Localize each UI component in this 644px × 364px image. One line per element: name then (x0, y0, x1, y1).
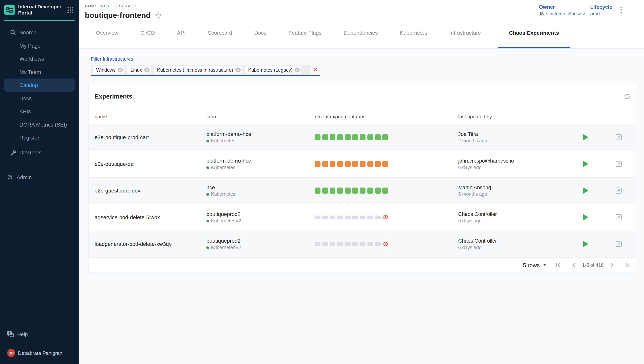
run-square-passed[interactable] (360, 188, 366, 194)
scheduled-clock-icon[interactable] (382, 214, 389, 220)
chip-remove-icon[interactable]: ✕ (235, 68, 240, 72)
run-square-pending[interactable] (322, 215, 328, 219)
tab-kubernetes[interactable]: Kubernetes (389, 17, 438, 48)
chip-remove-icon[interactable]: ✕ (118, 68, 123, 72)
open-in-new-icon[interactable] (615, 161, 622, 167)
run-square-pending[interactable] (330, 215, 336, 219)
run-square-passed[interactable] (330, 188, 336, 194)
run-square-pending[interactable] (337, 215, 343, 219)
clear-filters-icon[interactable]: ✕ (313, 66, 317, 73)
rows-per-page-caret-icon[interactable] (543, 264, 546, 266)
sidebar-item-catalog[interactable]: Catalog (4, 78, 75, 92)
run-square-pending[interactable] (322, 242, 328, 246)
run-square-passed[interactable] (345, 188, 351, 194)
refresh-icon[interactable] (623, 92, 631, 102)
open-in-new-icon[interactable] (615, 187, 622, 194)
run-square-passed[interactable] (382, 134, 388, 140)
table-row[interactable]: loadgenerator-pod-delete-xw3qy boutiquep… (88, 231, 635, 258)
filter-chip[interactable]: Windows✕ (93, 66, 124, 74)
run-square-pending[interactable] (367, 242, 373, 246)
sidebar-item-admin[interactable]: Admin (0, 171, 79, 184)
run-square-pending[interactable] (375, 242, 381, 246)
kebab-menu-icon[interactable] (619, 6, 623, 16)
prev-page-icon[interactable] (571, 262, 577, 268)
open-in-new-icon[interactable] (615, 214, 622, 220)
run-square-passed[interactable] (367, 134, 373, 140)
filter-infrastructures-link[interactable]: Filter Infrastructures (91, 56, 133, 62)
run-square-passed[interactable] (337, 134, 343, 140)
owner-value[interactable]: Customer Success (546, 11, 586, 16)
run-square-passed[interactable] (315, 134, 320, 140)
scheduled-clock-icon[interactable] (382, 241, 389, 247)
sidebar-item-dora-metrics[interactable]: DORA Metrics (SEI) (4, 118, 75, 131)
tab-scorecard[interactable]: Scorecard (197, 17, 243, 48)
sidebar-item-devtools[interactable]: DevTools (4, 146, 75, 159)
table-row[interactable]: e2e-boutique-qa platform-demo-hceKuberne… (88, 151, 635, 178)
run-square-passed[interactable] (322, 188, 328, 194)
run-square-passed[interactable] (375, 134, 381, 140)
last-page-icon[interactable] (624, 262, 630, 268)
run-square-passed[interactable] (360, 134, 366, 140)
run-square-pending[interactable] (345, 242, 351, 246)
run-square-failed[interactable] (367, 161, 373, 167)
chip-remove-icon[interactable]: ✕ (144, 68, 149, 72)
run-square-pending[interactable] (367, 215, 373, 219)
run-experiment-button[interactable] (583, 188, 588, 194)
run-square-pending[interactable] (337, 242, 343, 246)
sidebar-item-my-page[interactable]: My Page (4, 39, 75, 52)
filter-chip[interactable]: Kubernetes (Harness Infrastructure)✕ (154, 66, 242, 74)
first-page-icon[interactable] (555, 262, 561, 268)
sidebar-item-apis[interactable]: APIs (4, 105, 75, 118)
run-square-passed[interactable] (352, 134, 358, 140)
run-square-pending[interactable] (360, 215, 366, 219)
run-experiment-button[interactable] (583, 134, 588, 140)
tab-chaos-experiments[interactable]: Chaos Experiments (498, 17, 570, 48)
run-square-failed[interactable] (345, 161, 351, 167)
table-row[interactable]: e2e-boutique-prod-cart platform-demo-hce… (88, 124, 635, 151)
tab-overview[interactable]: Overview (85, 17, 129, 48)
run-square-pending[interactable] (360, 242, 366, 246)
run-square-failed[interactable] (382, 161, 388, 167)
apps-grid-icon[interactable] (67, 6, 74, 14)
run-square-pending[interactable] (315, 242, 320, 246)
run-square-passed[interactable] (345, 134, 351, 140)
open-in-new-icon[interactable] (615, 241, 622, 247)
run-square-failed[interactable] (375, 161, 381, 167)
chip-remove-icon[interactable]: ✕ (295, 68, 300, 72)
rows-per-page[interactable]: 5 rows (523, 262, 540, 268)
filter-chip[interactable]: Linux✕ (127, 66, 151, 74)
run-square-passed[interactable] (382, 188, 388, 194)
tab-api[interactable]: API (166, 17, 197, 48)
tab-feature-flags[interactable]: Feature Flags (277, 17, 333, 48)
user-profile[interactable]: DP Debabrata Panigrahi (0, 347, 79, 359)
run-square-passed[interactable] (367, 188, 373, 194)
sidebar-item-workflows[interactable]: Workflows (4, 52, 75, 65)
run-square-passed[interactable] (315, 188, 320, 194)
open-in-new-icon[interactable] (615, 134, 622, 140)
infrastructure-filter-field[interactable]: Windows✕ Linux✕ Kubernetes (Harness Infr… (91, 65, 320, 76)
app-logo[interactable] (4, 4, 15, 15)
sidebar-item-register[interactable]: Register (4, 131, 75, 144)
table-row[interactable]: e2e-guestbook-dev hceKubernetes Martin A… (88, 178, 635, 204)
tab-docs[interactable]: Docs (243, 17, 277, 48)
run-square-failed[interactable] (360, 161, 366, 167)
help-button[interactable]: ? Help (0, 329, 79, 340)
run-square-pending[interactable] (352, 215, 358, 219)
run-square-passed[interactable] (337, 188, 343, 194)
run-square-passed[interactable] (352, 188, 358, 194)
run-experiment-button[interactable] (583, 161, 588, 167)
run-square-failed[interactable] (315, 161, 320, 167)
sidebar-item-docs[interactable]: Docs (4, 92, 75, 105)
run-square-passed[interactable] (375, 188, 381, 194)
run-square-pending[interactable] (345, 215, 351, 219)
run-square-failed[interactable] (352, 161, 358, 167)
run-square-pending[interactable] (315, 215, 320, 219)
run-square-passed[interactable] (322, 134, 328, 140)
tab-cicd[interactable]: CI/CD (129, 17, 166, 48)
sidebar-item-search[interactable]: Search (4, 26, 75, 39)
next-page-icon[interactable] (609, 262, 615, 268)
tab-infrastructure[interactable]: Infrastructure (438, 17, 492, 48)
run-square-failed[interactable] (330, 161, 336, 167)
sidebar-item-my-team[interactable]: My Team (4, 65, 75, 78)
run-square-pending[interactable] (330, 242, 336, 246)
